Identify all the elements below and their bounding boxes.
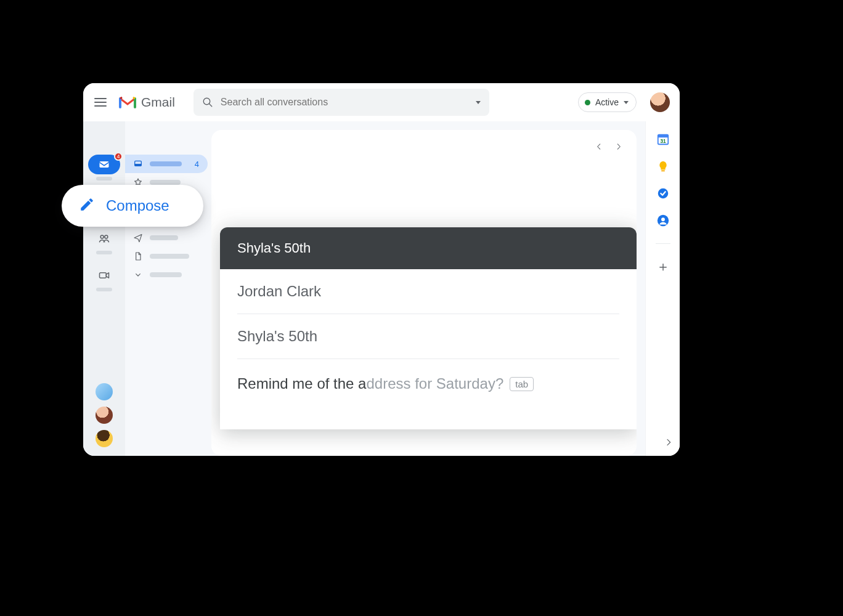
compose-to-field[interactable]: Jordan Clark [237,269,619,314]
mail-icon [98,158,110,171]
svg-rect-5 [100,273,107,278]
main-menu-button[interactable] [93,95,108,110]
svg-text:31: 31 [660,139,666,144]
inbox-icon [132,158,144,169]
gmail-logo[interactable]: Gmail [119,95,175,110]
svg-point-4 [105,235,108,238]
drafts-icon [132,251,144,262]
sent-icon [132,232,144,243]
keep-app-icon[interactable] [656,160,670,173]
folder-more[interactable] [125,265,208,284]
contacts-app-icon[interactable] [656,214,670,227]
folder-drafts[interactable] [125,247,208,265]
status-caret-icon [624,101,629,104]
compose-subject-field[interactable]: Shyla's 50th [237,314,619,359]
status-label: Active [595,97,619,107]
svg-point-3 [100,235,104,238]
compose-body-field[interactable]: Remind me of the address for Saturday? t… [237,359,619,429]
rail-meet[interactable] [94,265,114,291]
gmail-window: Gmail Active 4 [83,83,680,456]
search-input[interactable] [221,97,468,108]
pencil-icon [79,197,95,215]
svg-line-1 [209,103,212,107]
compose-button-label: Compose [106,197,169,214]
svg-rect-7 [135,164,142,166]
rail-chat-contacts [96,383,113,447]
app-rail: 4 [83,121,125,456]
side-panel: 31 ＋ [645,121,680,456]
rail-mail[interactable]: 4 [94,155,114,180]
chevron-down-icon [132,269,144,280]
gmail-logo-icon [119,96,136,108]
inbox-count: 4 [195,160,199,169]
contact-avatar[interactable] [96,407,113,424]
spaces-icon [98,232,110,245]
prev-button[interactable] [595,141,603,154]
svg-rect-2 [100,161,109,168]
tasks-app-icon[interactable] [656,187,670,200]
next-button[interactable] [614,141,623,154]
compose-window: Shyla's 50th Jordan Clark Shyla's 50th R… [220,227,637,429]
search-options-caret-icon[interactable] [476,101,481,104]
contact-avatar[interactable] [96,430,113,447]
calendar-app-icon[interactable]: 31 [656,132,670,146]
search-bar[interactable] [193,89,489,116]
search-icon [202,97,213,108]
account-avatar[interactable] [650,92,670,112]
main-area: Shyla's 50th Jordan Clark Shyla's 50th R… [211,121,645,456]
folder-inbox[interactable]: 4 [125,155,208,173]
svg-rect-12 [661,170,665,171]
collapse-sidepanel-button[interactable] [664,437,674,450]
chevron-left-icon [595,142,603,151]
add-addon-button[interactable]: ＋ [656,260,670,274]
compose-body-typed: Remind me of the a [237,375,366,392]
gmail-logo-text: Gmail [141,95,175,110]
chevron-right-icon [664,437,674,447]
compose-body-suggestion: ddress for Saturday? [366,375,503,392]
tab-key-hint: tab [510,377,534,391]
header-bar: Gmail Active [83,83,680,121]
folder-sent[interactable] [125,229,208,247]
svg-point-15 [661,217,665,221]
rail-spaces[interactable] [94,229,114,254]
chevron-right-icon [614,142,623,151]
folder-sidebar: 4 [125,121,211,456]
svg-rect-10 [658,135,668,138]
meet-icon [98,269,110,282]
compose-window-title[interactable]: Shyla's 50th [220,227,637,269]
status-active-dot-icon [585,100,590,105]
content-canvas: Shyla's 50th Jordan Clark Shyla's 50th R… [211,130,637,456]
mail-badge: 4 [114,152,123,161]
compose-button[interactable]: Compose [62,185,203,227]
contact-avatar[interactable] [96,383,113,400]
status-chip[interactable]: Active [578,92,637,112]
